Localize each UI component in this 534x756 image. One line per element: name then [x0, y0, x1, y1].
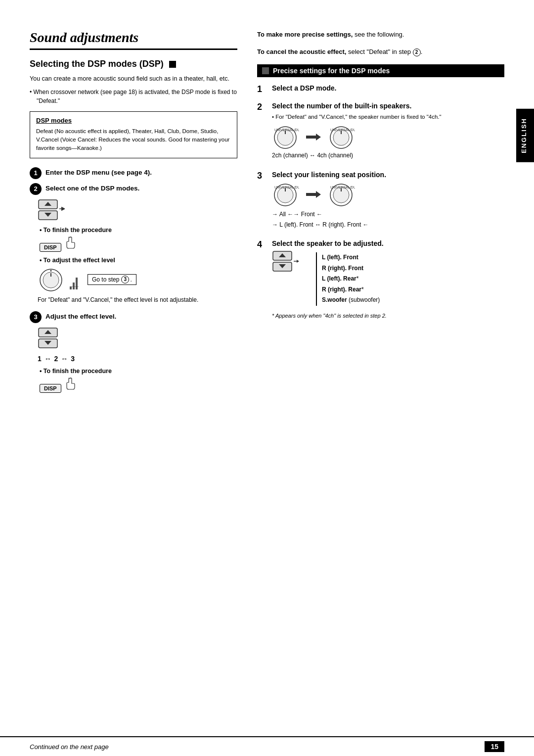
content-area: Sound adjustments Selecting the DSP mode…	[0, 30, 534, 393]
step3-icons-row	[38, 327, 237, 352]
svg-text:UNIVERSAL/DUAL: UNIVERSAL/DUAL	[274, 186, 299, 189]
dial-icon-seat2: UNIVERSAL/DUAL	[328, 182, 355, 207]
left-step-3-row: 3 Adjust the effect level.	[30, 311, 237, 323]
right-step-3: 3 Select your listening seat position. U…	[257, 171, 504, 233]
defeat-note: For "Defeat" and "V.Cancel," the effect …	[38, 295, 237, 304]
svg-text:UNIVERSAL/DUAL: UNIVERSAL/DUAL	[274, 128, 299, 132]
right-step-2: 2 Select the number of the built-in spea…	[257, 102, 504, 164]
effect-level-row: Go to step 3 .	[38, 267, 237, 292]
svg-rect-12	[70, 286, 79, 287]
seat-arrows: → All ←→ Front ← → L (left). Front ↔ R (…	[272, 209, 504, 231]
arrow-right-icon-2	[306, 189, 321, 199]
svg-point-8	[50, 270, 52, 271]
right-column: To make more precise settings, see the f…	[257, 30, 504, 393]
svg-rect-11	[76, 278, 78, 289]
step-circle-1: 1	[30, 167, 42, 179]
step-circle-2: 2	[30, 183, 42, 195]
up-down-button-icon-2	[38, 327, 65, 352]
svg-rect-10	[73, 283, 75, 289]
up-down-button-icon-3	[272, 250, 299, 275]
step-circle-3: 3	[30, 311, 42, 323]
arrow-right-icon	[306, 132, 321, 142]
top-precise-text: To make more precise settings, see the f…	[257, 30, 504, 40]
disp-button-1[interactable]: DISP	[30, 236, 237, 252]
adjust-label: To adjust the effect level	[30, 257, 237, 264]
goto-box: Go to step 3 .	[88, 274, 136, 285]
dsp-modes-box: DSP modes Defeat (No acoustic effect is …	[30, 111, 237, 158]
up-down-arrows-row	[38, 199, 237, 224]
right-step-num-1: 1	[257, 84, 267, 95]
right-step-4-content: Select the speaker to be adjusted.	[272, 239, 504, 320]
bullet-crossover: When crossover network (see page 18) is …	[30, 88, 237, 105]
right-step-1: 1 Select a DSP mode.	[257, 84, 504, 95]
step-2-label: Select one of the DSP modes.	[45, 183, 139, 194]
left-column: Sound adjustments Selecting the DSP mode…	[30, 30, 237, 393]
svg-text:UNIVERSAL/DUAL: UNIVERSAL/DUAL	[330, 128, 355, 132]
bottom-bar: Continued on the next page 15	[0, 736, 534, 756]
right-step-1-title: Select a DSP mode.	[272, 84, 504, 92]
finish-label-1: To finish the procedure	[30, 227, 237, 234]
asterisk-note: * Appears only when "4ch" is selected in…	[272, 312, 504, 320]
right-step-4: 4 Select the speaker to be adjusted.	[257, 239, 504, 320]
top-cancel-text: To cancel the acoustic effect, select "D…	[257, 47, 504, 57]
step2-bullet: For "Defeat" and "V.Cancel," the speaker…	[272, 113, 504, 121]
right-step-num-3: 3	[257, 171, 267, 182]
dsp-modes-text: Defeat (No acoustic effect is applied), …	[36, 127, 231, 153]
left-step-1-row: 1 Enter the DSP menu (see page 4).	[30, 167, 237, 179]
step-1-label: Enter the DSP menu (see page 4).	[45, 167, 152, 178]
finish-label-2: To finish the procedure	[30, 368, 237, 375]
dsp-modes-title: DSP modes	[36, 117, 231, 124]
right-step-3-title: Select your listening seat position.	[272, 171, 504, 179]
right-step-2-title: Select the number of the built-in speake…	[272, 102, 504, 110]
svg-marker-30	[306, 191, 321, 198]
hand-cursor-icon-1	[64, 236, 79, 249]
disp-button-2[interactable]: DISP	[30, 377, 237, 393]
channel-dials-row: UNIVERSAL/DUAL UNIVERSAL/DUAL	[272, 124, 504, 150]
svg-marker-40	[297, 260, 299, 263]
goto-step-circle: 3	[121, 276, 129, 284]
section-title: Sound adjustments	[30, 30, 237, 50]
dial-icon	[38, 267, 65, 292]
seat-dials-row: UNIVERSAL/DUAL UNIVERSAL/DUAL	[272, 182, 504, 207]
right-step-1-content: Select a DSP mode.	[272, 84, 504, 95]
svg-marker-21	[306, 134, 321, 141]
right-step-2-content: Select the number of the built-in speake…	[272, 102, 504, 164]
dial-icon-ch2: UNIVERSAL/DUAL	[328, 124, 355, 150]
svg-text:UNIVERSAL/DUAL: UNIVERSAL/DUAL	[330, 186, 355, 189]
black-square-icon	[169, 61, 176, 68]
cancel-step-circle: 2	[413, 48, 421, 56]
precise-header: Precise settings for the DSP modes	[257, 64, 504, 77]
level-bars-icon	[69, 269, 80, 290]
speaker-list: L (left). Front R (right). Front L (left…	[316, 252, 380, 306]
continued-text: Continued on the next page	[30, 743, 109, 751]
right-step-num-4: 4	[257, 239, 267, 250]
hand-cursor-icon-2	[64, 377, 79, 390]
right-step-num-2: 2	[257, 102, 267, 113]
page-number: 15	[485, 741, 504, 752]
steps-sequence: 1 ↔ 2 ↔ 3	[38, 355, 237, 363]
svg-rect-9	[70, 286, 72, 289]
left-step-2-row: 2 Select one of the DSP modes.	[30, 183, 237, 195]
subsection-title: Selecting the DSP modes (DSP)	[30, 59, 237, 69]
intro-text: You can create a more acoustic sound fie…	[30, 74, 237, 84]
right-step-3-content: Select your listening seat position. UNI…	[272, 171, 504, 233]
up-down-button-icon	[38, 199, 65, 224]
right-step-4-title: Select the speaker to be adjusted.	[272, 239, 504, 247]
speaker-select-row: L (left). Front R (right). Front L (left…	[272, 250, 504, 308]
english-tab: ENGLISH	[516, 109, 534, 162]
precise-header-square	[262, 67, 269, 74]
page-container: ENGLISH Sound adjustments Selecting the …	[0, 0, 534, 756]
channel-label: 2ch (channel) ↔ 4ch (channel)	[272, 152, 504, 159]
dial-icon-seat1: UNIVERSAL/DUAL	[272, 182, 299, 207]
step-3-label: Adjust the effect level.	[45, 311, 116, 322]
dial-icon-ch1: UNIVERSAL/DUAL	[272, 124, 299, 150]
